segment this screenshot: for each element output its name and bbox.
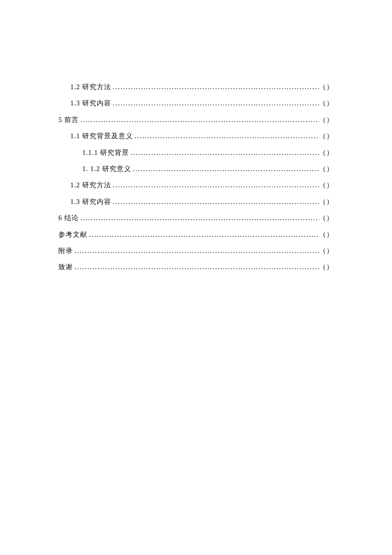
toc-entry-page: （）: [319, 210, 334, 226]
toc-leader-dots: [111, 79, 319, 95]
toc-entry-label: 1.3 研究内容: [70, 194, 111, 210]
toc-entry-page: （）: [319, 259, 334, 275]
toc-entry-page: （）: [319, 194, 334, 210]
toc-leader-dots: [131, 161, 319, 177]
toc-entry-label: 1.1 研究背景及意义: [70, 128, 133, 144]
toc-entry: 1.3 研究内容（）: [58, 95, 334, 111]
toc-entry-page: （）: [319, 227, 334, 243]
toc-leader-dots: [73, 243, 319, 259]
toc-entry-label: 1.2 研究方法: [70, 177, 111, 193]
toc-entry-page: （）: [319, 128, 334, 144]
toc-entry: 1.2 研究方法（）: [58, 79, 334, 95]
toc-entry: 1.1 研究背景及意义（）: [58, 128, 334, 144]
toc-entry-label: 5 前言: [58, 112, 79, 128]
toc-leader-dots: [87, 227, 319, 243]
toc-entry-label: 附录: [58, 243, 73, 259]
toc-entry: 1.3 研究内容（）: [58, 194, 334, 210]
toc-entry-label: 1.2 研究方法: [70, 79, 111, 95]
table-of-contents: 1.2 研究方法（）1.3 研究内容（）5 前言（）1.1 研究背景及意义（）1…: [58, 79, 334, 276]
toc-leader-dots: [79, 210, 319, 226]
toc-entry-label: 1.3 研究内容: [70, 95, 111, 111]
toc-entry: 5 前言（）: [58, 112, 334, 128]
toc-entry-label: 1. 1.2 研究意义: [82, 161, 131, 177]
toc-entry-page: （）: [319, 145, 334, 161]
toc-leader-dots: [111, 177, 319, 193]
toc-entry-label: 1.1.1 研究背景: [82, 145, 129, 161]
toc-entry-label: 参考文献: [58, 227, 87, 243]
toc-entry-page: （）: [319, 161, 334, 177]
toc-entry: 参考文献（）: [58, 227, 334, 243]
toc-entry-page: （）: [319, 95, 334, 111]
toc-entry: 1.1.1 研究背景（）: [58, 145, 334, 161]
toc-leader-dots: [73, 259, 319, 275]
toc-leader-dots: [111, 194, 319, 210]
toc-leader-dots: [133, 128, 319, 144]
toc-entry-page: （）: [319, 112, 334, 128]
toc-entry: 1.2 研究方法（）: [58, 177, 334, 193]
toc-entry: 1. 1.2 研究意义（）: [58, 161, 334, 177]
toc-leader-dots: [79, 112, 319, 128]
toc-entry-page: （）: [319, 79, 334, 95]
toc-entry: 6 结论（）: [58, 210, 334, 226]
toc-entry: 附录（）: [58, 243, 334, 259]
toc-leader-dots: [129, 145, 319, 161]
toc-leader-dots: [111, 95, 319, 111]
toc-entry: 致谢（）: [58, 259, 334, 275]
toc-entry-page: （）: [319, 177, 334, 193]
toc-entry-page: （）: [319, 243, 334, 259]
toc-entry-label: 6 结论: [58, 210, 79, 226]
toc-entry-label: 致谢: [58, 259, 73, 275]
